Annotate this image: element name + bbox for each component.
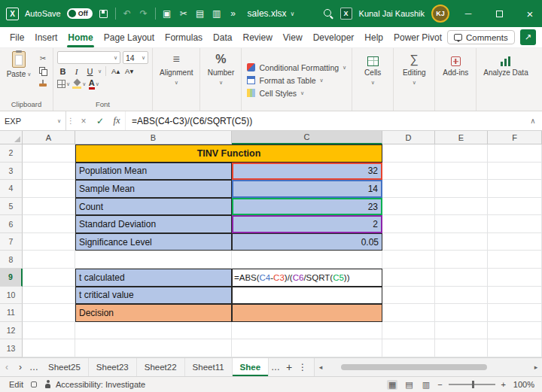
row-header-5[interactable]: 5: [0, 198, 23, 216]
cell-F11[interactable]: [488, 304, 542, 322]
user-name[interactable]: Kunal Jai Kaushik: [359, 9, 425, 18]
underline-button[interactable]: U: [84, 65, 96, 77]
row-header-13[interactable]: 13: [0, 339, 23, 357]
cell-A12[interactable]: [23, 322, 75, 340]
analyze-data-button[interactable]: Analyze Data: [480, 51, 531, 109]
cell-F8[interactable]: [488, 251, 542, 269]
format-as-table-button[interactable]: Format as Table ∨: [245, 75, 348, 86]
menu-tab-review[interactable]: Review: [237, 27, 277, 47]
cell-C3[interactable]: 32: [232, 163, 382, 181]
menu-tab-power-pivot[interactable]: Power Pivot: [388, 27, 447, 47]
cell-B8[interactable]: [75, 251, 232, 269]
cell-A9[interactable]: [23, 269, 75, 287]
minimize-button[interactable]: ─: [456, 0, 480, 27]
collapse-formula-bar-icon[interactable]: ∧: [524, 111, 542, 130]
underline-dropdown-icon[interactable]: ∨: [98, 68, 102, 74]
name-box[interactable]: EXP ∨: [0, 111, 66, 130]
zoom-knob[interactable]: [472, 381, 474, 388]
search-icon[interactable]: [324, 9, 333, 19]
cell-B10[interactable]: t critical value: [75, 287, 232, 305]
tabs-scroll-left-icon[interactable]: ‹: [0, 358, 14, 376]
cell-C4[interactable]: 14: [232, 180, 382, 198]
cell-E8[interactable]: [435, 251, 488, 269]
cell-B13[interactable]: [75, 339, 232, 357]
menu-tab-developer[interactable]: Developer: [308, 27, 360, 47]
increase-font-button[interactable]: A▴: [110, 65, 121, 77]
cell-F6[interactable]: [488, 215, 542, 233]
menu-tab-help[interactable]: Help: [359, 27, 388, 47]
tabs-scroll-right-icon[interactable]: ›: [14, 358, 27, 376]
zoom-slider[interactable]: [449, 384, 495, 385]
cell-F12[interactable]: [488, 322, 542, 340]
cell-A11[interactable]: [23, 304, 75, 322]
cell-A10[interactable]: [23, 287, 75, 305]
cell-E7[interactable]: [435, 233, 488, 251]
page-break-view-button[interactable]: ▥: [421, 380, 431, 390]
font-size-select[interactable]: 14∨: [123, 51, 148, 64]
row-header-4[interactable]: 4: [0, 180, 23, 198]
select-all-corner[interactable]: [0, 131, 23, 144]
zoom-level[interactable]: 100%: [512, 380, 534, 389]
scrollbar-thumb[interactable]: [341, 364, 487, 370]
chart-icon[interactable]: ▥: [212, 8, 222, 19]
cell-E11[interactable]: [435, 304, 488, 322]
name-box-dropdown-icon[interactable]: ∨: [57, 118, 61, 124]
cell-D4[interactable]: [382, 180, 435, 198]
cell-C8[interactable]: [232, 251, 382, 269]
sheet-tab-sheet22[interactable]: Sheet22: [137, 358, 185, 376]
cell-C13[interactable]: [232, 339, 382, 357]
menu-tab-insert[interactable]: Insert: [29, 27, 62, 47]
cell-B3[interactable]: Population Mean: [75, 163, 232, 181]
cell-E6[interactable]: [435, 215, 488, 233]
row-header-10[interactable]: 10: [0, 287, 23, 305]
cell-D3[interactable]: [382, 163, 435, 181]
cell-E9[interactable]: [435, 269, 488, 287]
horizontal-scrollbar[interactable]: ◂ ▸: [314, 358, 542, 376]
cell-E10[interactable]: [435, 287, 488, 305]
row-header-8[interactable]: 8: [0, 251, 23, 269]
cell-A4[interactable]: [23, 180, 75, 198]
italic-button[interactable]: I: [71, 65, 82, 77]
tabs-more-right-icon[interactable]: …: [269, 358, 282, 376]
cell-B7[interactable]: Significance Level: [75, 233, 232, 251]
zoom-in-button[interactable]: +: [501, 380, 506, 389]
cut-icon[interactable]: ✂: [178, 8, 189, 19]
menu-tab-data[interactable]: Data: [208, 27, 237, 47]
cell-A6[interactable]: [23, 215, 75, 233]
cell-C11[interactable]: [232, 304, 382, 322]
cell-E13[interactable]: [435, 339, 488, 357]
column-header-C[interactable]: C: [232, 131, 382, 144]
close-button[interactable]: ×: [518, 0, 542, 27]
cell-C6[interactable]: 2: [232, 215, 382, 233]
save-button[interactable]: [99, 10, 109, 18]
cell-D2[interactable]: [382, 144, 435, 163]
cell-F2[interactable]: [488, 144, 542, 163]
cell-D6[interactable]: [382, 215, 435, 233]
cell-A2[interactable]: [23, 144, 75, 163]
cell-F3[interactable]: [488, 163, 542, 181]
user-avatar[interactable]: KJ: [431, 5, 449, 23]
paste-button[interactable]: Paste∨: [4, 51, 34, 89]
cell-B11[interactable]: Decision: [75, 304, 232, 322]
cut-button[interactable]: ✂: [37, 53, 49, 63]
conditional-formatting-button[interactable]: Conditional Formatting ∨: [245, 62, 348, 73]
row-header-11[interactable]: 11: [0, 304, 23, 322]
cell-F7[interactable]: [488, 233, 542, 251]
cell-F5[interactable]: [488, 198, 542, 216]
editing-button[interactable]: ∑ Editing ∨: [397, 51, 431, 109]
cancel-icon[interactable]: ×: [75, 111, 92, 130]
cell-B4[interactable]: Sample Mean: [75, 180, 232, 198]
column-header-D[interactable]: D: [382, 131, 435, 144]
bold-button[interactable]: B: [57, 65, 69, 77]
row-header-3[interactable]: 3: [0, 163, 23, 181]
cell-D11[interactable]: [382, 304, 435, 322]
column-header-F[interactable]: F: [488, 131, 542, 144]
comments-button[interactable]: Comments: [447, 30, 515, 44]
font-color-button[interactable]: A∨: [88, 78, 99, 90]
enter-icon[interactable]: ✓: [92, 111, 108, 130]
cell-D10[interactable]: [382, 287, 435, 305]
decrease-font-button[interactable]: A▾: [123, 65, 135, 77]
cell-E4[interactable]: [435, 180, 488, 198]
cell-B2-merged-title[interactable]: TINV Function: [75, 144, 382, 163]
new-sheet-button[interactable]: +: [282, 358, 296, 376]
